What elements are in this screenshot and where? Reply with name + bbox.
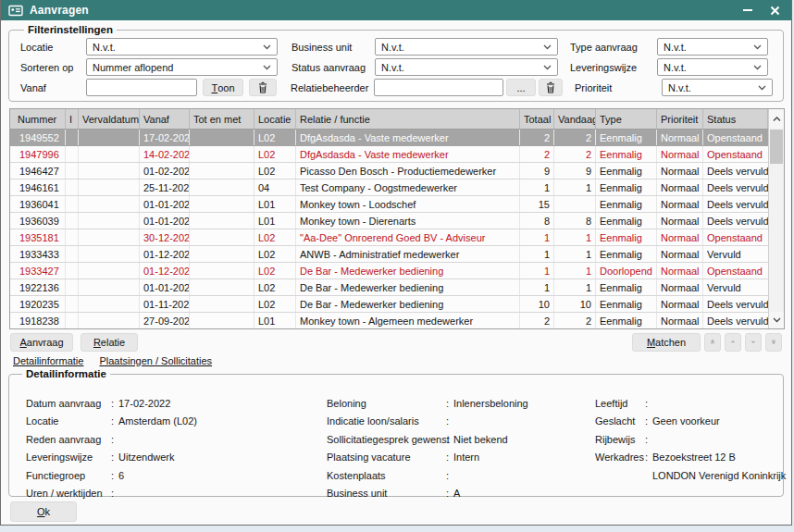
- cell-vanaf: 01-01-2021: [140, 213, 190, 229]
- matchen-button[interactable]: Matchen: [632, 333, 701, 352]
- detail-label: Indicatie loon/salaris: [327, 415, 446, 427]
- col-header-relatie-functie[interactable]: Relatie / functie: [296, 109, 520, 129]
- detail-value: A: [453, 488, 460, 499]
- cell-status: Deels vervuld: [703, 179, 768, 195]
- cell-vervaldatum: [79, 263, 140, 278]
- filter-settings-title: Filterinstellingen: [24, 24, 117, 35]
- detail-value: Uitzendwerk: [118, 452, 175, 463]
- detail-row: Leveringswijze:Uitzendwerk: [26, 449, 304, 467]
- minimize-button[interactable]: [742, 6, 753, 15]
- scrollbar-track[interactable]: [769, 129, 784, 312]
- col-header-totaal[interactable]: Totaal: [520, 109, 554, 129]
- cell-status: Deels vervuld: [703, 313, 768, 328]
- cell-locatie: 04: [254, 179, 296, 195]
- cell-prioriteit: Normaal: [657, 313, 703, 328]
- detail-colon: :: [111, 470, 118, 481]
- scrollbar-thumb[interactable]: [770, 130, 783, 164]
- col-header-tot-en-met[interactable]: Tot en met: [190, 109, 254, 129]
- detail-label: Beloning: [327, 398, 446, 409]
- scroll-down-button[interactable]: [769, 312, 784, 328]
- cell-vandaag: 1: [554, 179, 596, 195]
- col-header-vanaf[interactable]: Vanaf: [140, 109, 190, 129]
- col-header-vervaldatum[interactable]: Vervaldatum: [79, 109, 140, 129]
- col-header-type[interactable]: Type: [596, 109, 657, 129]
- locatie-dropdown[interactable]: N.v.t.: [86, 38, 278, 56]
- aanvraag-button[interactable]: Aanvraag: [10, 333, 73, 352]
- detail-row: Indicatie loon/salaris:: [327, 413, 567, 431]
- cell-vandaag: 2: [554, 313, 596, 328]
- relatiebeheerder-browse-button[interactable]: ...: [506, 79, 536, 96]
- cell-totaal: 2: [520, 146, 554, 162]
- close-button[interactable]: [770, 6, 780, 16]
- col-header-nummer[interactable]: Nummer: [10, 109, 66, 129]
- detail-colon: :: [111, 434, 118, 445]
- clear-relatiebeheerder-button[interactable]: [539, 79, 563, 96]
- vanaf-input[interactable]: [86, 79, 197, 96]
- scroll-up-button[interactable]: [769, 109, 784, 129]
- detail-colon: :: [111, 452, 118, 463]
- cell-vanaf: 01-12-2021: [140, 263, 190, 278]
- tab-detailinformatie[interactable]: Detailinformatie: [13, 355, 83, 366]
- cell-totaal: 1: [520, 179, 554, 195]
- cell-status: Vervuld: [703, 246, 768, 262]
- toon-button[interactable]: Toon: [203, 79, 243, 96]
- cell-locatie: L02: [254, 263, 296, 278]
- table-row[interactable]: 192023501-11-2021L02De Bar - Medewerker …: [10, 296, 768, 313]
- table-row[interactable]: 193342701-12-2021L02De Bar - Medewerker …: [10, 263, 768, 279]
- cell-i: [66, 213, 79, 229]
- table-row[interactable]: 193518130-12-2021L02"Aa-Dee" Onroerend G…: [10, 229, 768, 246]
- cell-relatie-functie: DfgAsdasda - Vaste medewerker: [296, 146, 520, 162]
- clear-vanaf-button[interactable]: [249, 79, 277, 96]
- prioriteit-value: N.v.t.: [668, 82, 691, 93]
- table-row[interactable]: 194616125-11-202104Test Company - Oogstm…: [10, 179, 768, 196]
- cell-prioriteit: Normaal: [657, 179, 703, 195]
- cell-locatie: L02: [254, 246, 296, 262]
- cell-nummer: 1920235: [10, 296, 66, 312]
- cell-vervaldatum: [79, 130, 140, 145]
- dialog-footer: Ok: [10, 501, 77, 522]
- table-scrollbar[interactable]: [768, 109, 784, 328]
- last-row-button[interactable]: [765, 333, 782, 352]
- detail-value: Bezoekstreet 12 B: [652, 452, 736, 463]
- table-row[interactable]: 192213601-01-2021L02De Bar - Medewerker …: [10, 279, 768, 296]
- leveringswijze-dropdown[interactable]: N.v.t.: [657, 58, 768, 76]
- table-row[interactable]: 194955217-02-2022L02DfgAsdasda - Vaste m…: [10, 130, 768, 146]
- relatiebeheerder-input[interactable]: [374, 79, 503, 96]
- cell-tot-en-met: [190, 296, 254, 312]
- first-row-button[interactable]: [704, 333, 721, 352]
- cell-i: [66, 179, 79, 195]
- cell-totaal: 2: [520, 313, 554, 328]
- sorteren-op-dropdown[interactable]: Nummer aflopend: [86, 58, 278, 76]
- relatie-button[interactable]: Relatie: [81, 333, 138, 352]
- col-header-i[interactable]: I: [66, 109, 79, 129]
- cell-status: Deels vervuld: [703, 196, 768, 212]
- type-aanvraag-dropdown[interactable]: N.v.t.: [657, 38, 768, 56]
- prioriteit-dropdown[interactable]: N.v.t.: [662, 79, 773, 96]
- col-header-prioriteit[interactable]: Prioriteit: [657, 109, 703, 129]
- table-row[interactable]: 193343301-12-2021L02ANWB - Administratie…: [10, 246, 768, 263]
- cell-status: Deels vervuld: [703, 163, 768, 179]
- cell-relatie-functie: Test Company - Oogstmedewerker: [296, 179, 520, 195]
- cell-vanaf: 01-02-2022: [140, 163, 190, 179]
- table-row[interactable]: 194642701-02-2022L02Picasso Den Bosch - …: [10, 163, 768, 179]
- cell-vandaag: 1: [554, 229, 596, 245]
- col-header-status[interactable]: Status: [703, 109, 768, 129]
- cell-i: [66, 229, 79, 245]
- business-unit-dropdown[interactable]: N.v.t.: [375, 38, 558, 56]
- col-header-locatie[interactable]: Locatie: [254, 109, 296, 129]
- tab-plaatsingen-sollicitaties[interactable]: Plaatsingen / Sollicitaties: [99, 355, 212, 366]
- detail-colon: :: [446, 415, 453, 427]
- table-row[interactable]: 191823827-09-2021L01Monkey town - Algeme…: [10, 313, 768, 329]
- cell-type: Eenmalig: [596, 279, 657, 295]
- status-aanvraag-label: Status aanvraag: [292, 62, 375, 73]
- detail-label: Uren / werktijden: [26, 488, 111, 499]
- table-row[interactable]: 194799614-02-2022L02DfgAsdasda - Vaste m…: [10, 146, 768, 163]
- table-row[interactable]: 193604101-01-2023L01Monkey town - Loodsc…: [10, 196, 768, 213]
- table-row[interactable]: 193603901-01-2021L01Monkey town - Dieren…: [10, 213, 768, 229]
- next-row-button[interactable]: [745, 333, 762, 352]
- previous-row-button[interactable]: [725, 333, 741, 352]
- cell-vanaf: 30-12-2021: [140, 229, 190, 245]
- col-header-vandaag[interactable]: Vandaag: [554, 109, 596, 129]
- status-aanvraag-dropdown[interactable]: N.v.t.: [375, 58, 558, 76]
- ok-button[interactable]: Ok: [10, 501, 77, 522]
